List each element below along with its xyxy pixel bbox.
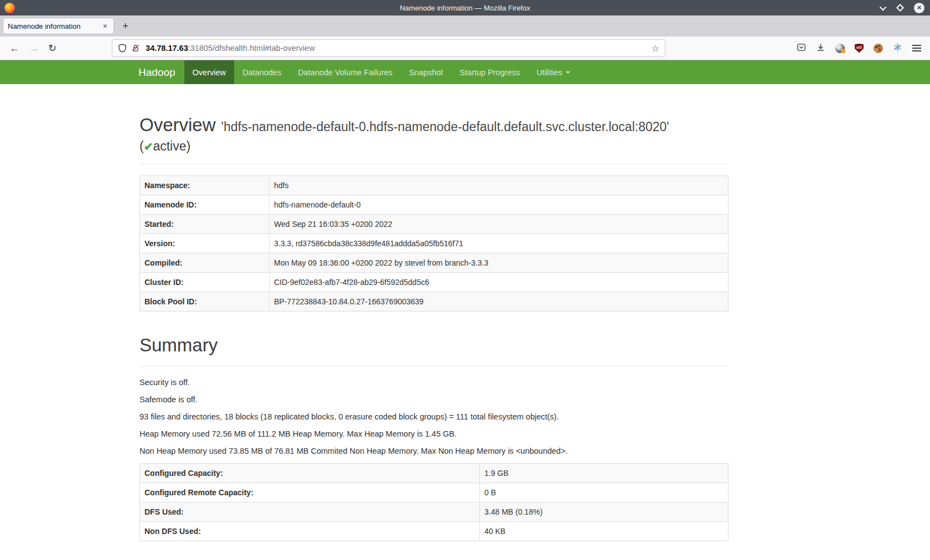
tab-title: Namenode information [8,22,101,30]
download-icon[interactable] [816,43,825,54]
nav-tab-utilities[interactable]: Utilities [528,60,578,84]
back-button[interactable]: ← [9,43,19,53]
summary-line-files: 93 files and directories, 18 blocks (18 … [140,412,728,422]
divider [140,164,728,164]
url-text: 34.78.17.63:31805/dfshealth.html#tab-ove… [146,44,315,53]
bookmark-star-icon[interactable]: ☆ [652,43,659,54]
table-row: Block Pool ID:BP-772238843-10.84.0.27-16… [140,292,728,312]
new-tab-button[interactable]: + [122,20,128,32]
row-value: Mon May 09 18:36:00 +0200 2022 by stevel… [270,253,728,273]
table-row: Version:3.3.3, rd37586cbda38c338d9fe481a… [140,234,728,253]
active-check-icon: ✔ [144,141,153,153]
window-close-button[interactable]: × [914,3,924,13]
row-value: 40 KB [480,522,728,541]
row-label: Block Pool ID: [140,292,270,312]
row-label: Configured Remote Capacity: [140,483,480,502]
row-value: 3.3.3, rd37586cbda38c338d9fe481addda5a05… [270,234,728,253]
menu-icon[interactable] [912,45,921,51]
status-paren: ( [140,139,144,153]
table-row: Started:Wed Sep 21 16:03:35 +0200 2022 [140,215,728,234]
nav-tab-datanode-volume-failures[interactable]: Datanode Volume Failures [290,60,401,84]
divider [140,366,728,366]
hadoop-brand[interactable]: Hadoop [138,60,184,84]
url-host: 34.78.17.63 [146,44,188,53]
table-row: DFS Used:3.48 MB (0.18%) [140,502,728,522]
nav-tab-snapshot[interactable]: Snapshot [401,60,451,84]
row-value: 1.9 GB [480,464,728,483]
firefox-logo-icon [4,3,15,13]
overview-title: Overview [140,115,216,135]
tab-namenode-information[interactable]: Namenode information × [3,18,114,34]
row-value: BP-772238843-10.84.0.27-1663769003639 [270,292,728,312]
status-text: active) [153,139,190,153]
row-label: Cluster ID: [140,273,270,292]
pocket-icon[interactable] [797,43,806,54]
row-label: Version: [140,234,270,253]
url-bar[interactable]: 34.78.17.63:31805/dfshealth.html#tab-ove… [112,39,665,57]
summary-heading: Summary [140,335,728,356]
table-row: Namespace:hdfs [140,176,728,195]
row-label: Non DFS Used: [140,522,480,541]
row-label: Started: [140,215,270,234]
window-title: Namenode information — Mozilla Firefox [0,4,930,12]
lock-insecure-icon[interactable] [131,44,140,53]
url-path: :31805/dfshealth.html#tab-overview [188,44,315,53]
mini-lock-icon [841,49,845,53]
shield-icon[interactable] [118,44,127,53]
page-content: Overview'hdfs-namenode-default-0.hdfs-na… [0,115,728,541]
browser-toolbar: ← → ↻ 34.78.17.63:31805/dfshealth.html#t… [0,37,930,60]
table-row: Non DFS Used:40 KB [140,522,728,541]
tab-strip: Namenode information × + [0,15,930,37]
summary-line-nonheap: Non Heap Memory used 73.85 MB of 76.81 M… [140,446,728,456]
reload-button[interactable]: ↻ [48,43,56,53]
row-label: Configured Capacity: [140,464,480,483]
summary-line-heap: Heap Memory used 72.56 MB of 111.2 MB He… [140,429,728,439]
window-controls: × [881,3,924,13]
window-titlebar: Namenode information — Mozilla Firefox × [0,0,930,15]
nav-tab-overview[interactable]: Overview [184,60,234,84]
row-label: DFS Used: [140,502,480,522]
nav-tab-utilities-label: Utilities [536,68,562,77]
privacy-extension-icon[interactable] [835,44,845,53]
row-value: 0 B [480,483,728,502]
namenode-status: (✔active) [140,139,728,154]
capacity-table: Configured Capacity:1.9 GB Configured Re… [140,463,728,541]
row-value: hdfs [270,176,728,195]
row-label: Compiled: [140,253,270,273]
namenode-host-address: 'hdfs-namenode-default-0.hdfs-namenode-d… [221,120,669,134]
toolbar-extensions: uO [797,43,921,54]
summary-line-security: Security is off. [140,377,728,387]
table-row: Namenode ID:hdfs-namenode-default-0 [140,195,728,215]
row-label: Namenode ID: [140,195,270,215]
tab-close-icon[interactable]: × [101,22,109,30]
table-row: Cluster ID:CID-9ef02e83-afb7-4f28-ab29-6… [140,273,728,292]
nav-tab-startup-progress[interactable]: Startup Progress [451,60,528,84]
caret-down-icon [566,71,570,74]
forward-button[interactable]: → [29,43,39,53]
nav-tab-datanodes[interactable]: Datanodes [234,60,290,84]
hadoop-navbar: Hadoop Overview Datanodes Datanode Volum… [0,60,930,84]
window-maximize-button[interactable] [896,4,904,12]
cookie-extension-icon[interactable] [874,44,883,53]
row-value: hdfs-namenode-default-0 [270,195,728,215]
row-value: CID-9ef02e83-afb7-4f28-ab29-6f592d5dd5c6 [270,273,728,292]
overview-info-table: Namespace:hdfs Namenode ID:hdfs-namenode… [140,175,728,312]
summary-line-safemode: Safemode is off. [140,395,728,405]
table-row: Compiled:Mon May 09 18:36:00 +0200 2022 … [140,253,728,273]
window-minimize-button[interactable] [880,3,887,11]
row-value: 3.48 MB (0.18%) [480,502,728,522]
table-row: Configured Capacity:1.9 GB [140,464,728,483]
table-row: Configured Remote Capacity:0 B [140,483,728,502]
overview-heading: Overview'hdfs-namenode-default-0.hdfs-na… [140,115,728,136]
colorful-asterisk-extension-icon[interactable] [893,43,902,54]
row-label: Namespace: [140,176,270,195]
ublock-origin-icon[interactable]: uO [855,44,864,53]
row-value: Wed Sep 21 16:03:35 +0200 2022 [270,215,728,234]
